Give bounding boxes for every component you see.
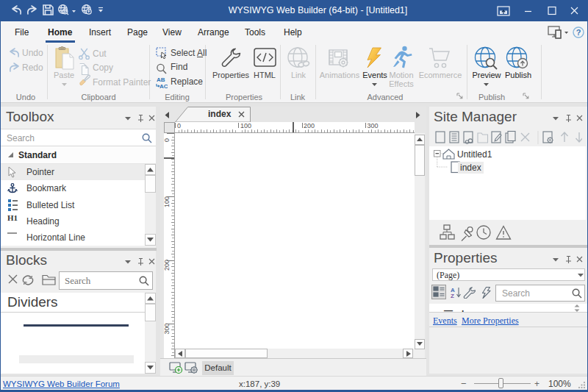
- svg-text:H1: H1: [7, 213, 18, 222]
- svg-text:100: 100: [164, 196, 171, 207]
- svg-text:100: 100: [240, 122, 251, 129]
- svg-text:300: 300: [367, 122, 378, 129]
- svg-text:AC: AC: [159, 83, 168, 89]
- svg-text:?: ?: [576, 28, 581, 37]
- svg-text:300: 300: [164, 323, 171, 334]
- svg-text:200: 200: [164, 259, 171, 270]
- svg-text:200: 200: [304, 122, 315, 129]
- svg-text:AB: AB: [157, 76, 165, 83]
- svg-text:0: 0: [177, 122, 181, 129]
- svg-text:0: 0: [164, 138, 171, 141]
- svg-text:Z: Z: [451, 293, 454, 299]
